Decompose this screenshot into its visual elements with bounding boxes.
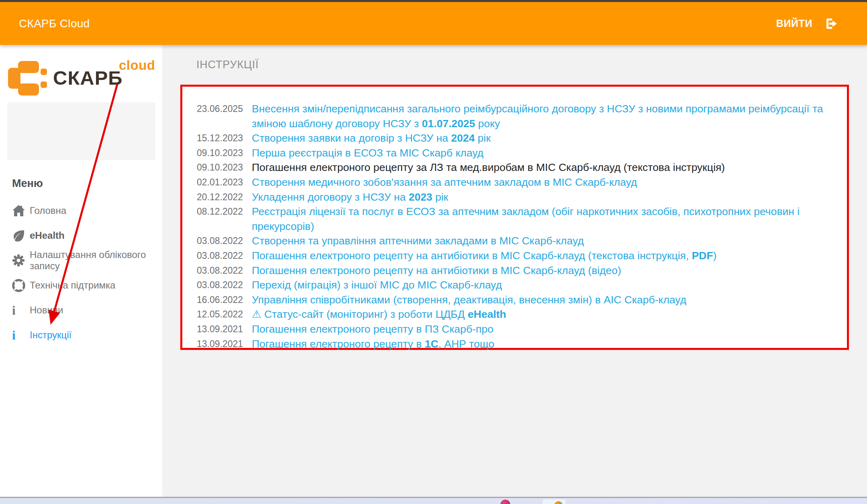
sidebar-item-label: Головна bbox=[30, 205, 66, 216]
sidebar-item-label: Інструкції bbox=[30, 329, 71, 341]
instruction-date: 02.01.2023 bbox=[197, 175, 252, 190]
instruction-row: 09.10.2023Перша реєстрація в ЕСОЗ та МІС… bbox=[197, 146, 840, 161]
leaf-icon bbox=[12, 229, 30, 242]
sidebar-item-ehealth[interactable]: eHealth bbox=[0, 223, 162, 248]
logo-word: СКАРБ bbox=[53, 67, 123, 89]
logout-button[interactable]: ВИЙТИ bbox=[776, 16, 839, 31]
sidebar-item-label: Налаштування облікового запису bbox=[30, 249, 162, 272]
logo-cloud-suffix: cloud bbox=[119, 58, 155, 73]
info-icon: i bbox=[12, 304, 30, 317]
instruction-date: 03.08.2022 bbox=[197, 263, 252, 278]
logout-icon bbox=[824, 16, 839, 31]
instruction-row: 15.12.2023Створення заявки на договір з … bbox=[197, 131, 840, 146]
instruction-link[interactable]: Погашення електроного рецепту на антибіо… bbox=[252, 263, 830, 278]
instruction-row: 08.12.2022Реєстрація ліцензії та послуг … bbox=[197, 204, 840, 234]
main-content: ІНСТРУКЦІЇ 23.06.2025Внесення змін/переп… bbox=[162, 45, 867, 497]
instruction-row: 13.09.2021Погашення електроного рецепту … bbox=[197, 337, 840, 352]
sidebar-item-account-settings[interactable]: Налаштування облікового запису bbox=[0, 248, 162, 273]
instruction-date: 03.08.2022 bbox=[197, 248, 252, 263]
gear-icon bbox=[12, 254, 30, 267]
instruction-row: 03.08.2022Погашення електроного рецепту … bbox=[197, 263, 840, 278]
sidebar: СКАРБ cloud Меню Головна bbox=[0, 45, 162, 497]
instruction-date: 13.09.2021 bbox=[197, 322, 252, 337]
instruction-date: 20.12.2022 bbox=[197, 190, 252, 205]
sidebar-item-news[interactable]: i Новини bbox=[0, 298, 162, 323]
sidebar-menu: Головна eHealth bbox=[0, 198, 162, 348]
skarb-cloud-app: СКАРБ Cloud ВИЙТИ СКАРБ cloud bbox=[0, 0, 867, 504]
sidebar-placeholder-panel bbox=[7, 102, 155, 160]
instruction-link[interactable]: Погашення електроного рецепту на антибіо… bbox=[252, 248, 830, 263]
instruction-link[interactable]: Перехід (міграція) з іншої МІС до МІС Ск… bbox=[252, 278, 830, 293]
instruction-link[interactable]: Перша реєстрація в ЕСОЗ та МІС Скарб кла… bbox=[252, 146, 830, 161]
life-ring-icon bbox=[12, 279, 30, 292]
sidebar-item-label: Новини bbox=[30, 305, 63, 316]
instruction-link[interactable]: ⚠ Статус-сайт (моніторинг) з роботи ЦДБД… bbox=[252, 307, 830, 322]
instruction-row: 16.06.2022Управління співробітниками (ст… bbox=[197, 293, 840, 307]
taskbar-edge bbox=[0, 498, 867, 504]
skarb-cloud-logo[interactable]: СКАРБ cloud bbox=[8, 60, 157, 96]
info-icon: i bbox=[12, 329, 30, 341]
color-wheel-app-icon bbox=[554, 501, 563, 504]
instruction-date: 13.09.2021 bbox=[197, 337, 252, 352]
sidebar-item-instructions[interactable]: i Інструкції bbox=[0, 323, 162, 348]
instruction-link[interactable]: Укладення договору з НСЗУ на 2023 рік bbox=[252, 190, 830, 205]
instruction-link[interactable]: Створення заявки на договір з НСЗУ на 20… bbox=[252, 131, 830, 146]
instruction-link[interactable]: Внесення змін/перепідписання загального … bbox=[252, 102, 830, 131]
instruction-date: 08.12.2022 bbox=[197, 204, 252, 219]
instruction-row: 02.01.2023Створення медичного зобов'язан… bbox=[197, 175, 840, 190]
app-title: СКАРБ Cloud bbox=[19, 17, 90, 30]
instruction-date: 09.10.2023 bbox=[197, 160, 252, 175]
instruction-row: 12.05.2022⚠ Статус-сайт (моніторинг) з р… bbox=[197, 307, 840, 322]
instruction-date: 09.10.2023 bbox=[197, 146, 252, 161]
skarb-logo-icon bbox=[8, 61, 47, 96]
instruction-link[interactable]: Реєстрація ліцензії та послуг в ЕСОЗ за … bbox=[252, 204, 830, 234]
sidebar-item-support[interactable]: Технічна підтримка bbox=[0, 273, 162, 298]
instruction-date: 15.12.2023 bbox=[197, 131, 252, 146]
instruction-date: 23.06.2025 bbox=[197, 102, 252, 116]
page-title: ІНСТРУКЦІЇ bbox=[196, 59, 259, 71]
instruction-link[interactable]: Погашення електроного рецепту за ЛЗ та м… bbox=[252, 160, 830, 175]
instruction-link[interactable]: Управління співробітниками (створення, д… bbox=[252, 293, 830, 307]
instruction-row: 03.08.2022Погашення електроного рецепту … bbox=[197, 248, 840, 263]
sidebar-item-home[interactable]: Головна bbox=[0, 198, 162, 223]
sidebar-item-label: Технічна підтримка bbox=[30, 280, 115, 291]
instruction-link[interactable]: Погашення електроного рецепту в ПЗ Скарб… bbox=[252, 322, 830, 337]
app-header: СКАРБ Cloud ВИЙТИ bbox=[0, 2, 867, 45]
instruction-link[interactable]: Створення медичного зобов'язання за апте… bbox=[252, 175, 830, 190]
body-row: СКАРБ cloud Меню Головна bbox=[0, 45, 867, 497]
annotation-highlight-box: 23.06.2025Внесення змін/перепідписання з… bbox=[180, 85, 849, 350]
instruction-row: 13.09.2021Погашення електроного рецепту … bbox=[197, 322, 840, 337]
logout-label: ВИЙТИ bbox=[776, 18, 812, 29]
instruction-row: 20.12.2022Укладення договору з НСЗУ на 2… bbox=[197, 190, 840, 205]
instruction-date: 03.08.2022 bbox=[197, 234, 252, 248]
home-icon bbox=[12, 205, 30, 217]
instruction-row: 03.08.2022Перехід (міграція) з іншої МІС… bbox=[197, 278, 840, 293]
taskbar-button[interactable] bbox=[542, 499, 566, 504]
instruction-date: 03.08.2022 bbox=[197, 278, 252, 293]
instruction-row: 23.06.2025Внесення змін/перепідписання з… bbox=[197, 102, 840, 131]
instruction-date: 16.06.2022 bbox=[197, 293, 252, 307]
instructions-list: 23.06.2025Внесення змін/перепідписання з… bbox=[182, 87, 847, 351]
instruction-link[interactable]: Погашення електроного рецепту в 1С, АНР … bbox=[252, 337, 830, 352]
instruction-date: 12.05.2022 bbox=[197, 307, 252, 322]
pink-app-icon[interactable] bbox=[500, 500, 510, 504]
instruction-row: 03.08.2022Створення та управління аптечн… bbox=[197, 234, 840, 248]
instruction-link[interactable]: Створення та управління аптечними заклад… bbox=[252, 234, 830, 248]
instruction-row: 09.10.2023Погашення електроного рецепту … bbox=[197, 160, 840, 175]
browser-edge-strip bbox=[0, 0, 867, 2]
menu-heading: Меню bbox=[12, 177, 43, 190]
sidebar-item-label: eHealth bbox=[30, 230, 65, 241]
